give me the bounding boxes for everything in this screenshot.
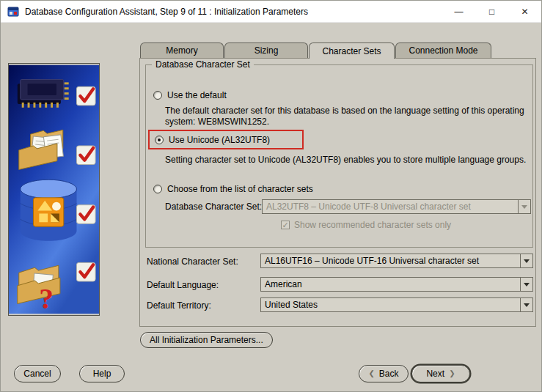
tab-label: Connection Mode [409,45,477,56]
back-chevron-icon: ❮ [368,370,374,377]
wizard-graphic: ? [9,64,99,315]
default-territory-label: Default Territory: [147,300,211,311]
tab-sizing[interactable]: Sizing [224,42,308,58]
national-character-set-label: National Character Set: [147,256,238,267]
national-character-set-select[interactable]: AL16UTF16 – Unicode UTF-16 Universal cha… [260,254,533,268]
use-unicode-description: Setting character set to Unicode (AL32UT… [165,155,535,166]
tab-label: Sizing [254,45,279,56]
dropdown-arrow-icon [520,298,532,311]
cancel-button[interactable]: Cancel [14,365,61,382]
button-label: All Initialization Parameters... [150,335,263,345]
next-button[interactable]: Next ❯ [411,365,470,382]
radio-label: Choose from the list of character sets [167,184,313,194]
titlebar: Database Configuration Assistant, Step 9… [1,1,541,23]
step-check-3 [76,205,95,224]
use-default-description: The default character set for this datab… [165,106,535,127]
close-button[interactable]: ✕ [508,1,541,22]
back-button[interactable]: ❮ Back [359,365,409,382]
default-language-label: Default Language: [147,280,219,290]
minimize-button[interactable]: — [442,1,475,22]
window-title: Database Configuration Assistant, Step 9… [25,7,308,17]
radio-icon [155,136,164,144]
step-check-1 [76,86,95,106]
checkbox-icon: ✓ [281,221,290,229]
radio-icon [153,91,162,100]
default-territory-select[interactable]: United States [260,297,533,312]
show-recommended-checkbox[interactable]: ✓ Show recommended character sets only [281,220,451,230]
unicode-highlight-box: Use Unicode (AL32UTF8) [148,130,304,149]
character-sets-panel: Database Character Set Use the default T… [139,58,536,327]
button-label: Cancel [23,369,51,379]
tab-label: Character Sets [322,46,381,56]
groupbox-title: Database Character Set [152,59,254,70]
dropdown-arrow-icon [520,278,532,291]
help-button[interactable]: Help [79,365,125,382]
radio-choose-from-list[interactable]: Choose from the list of character sets [153,184,313,194]
default-language-select[interactable]: American [260,277,533,292]
app-icon [7,6,19,18]
radio-label: Use Unicode (AL32UTF8) [169,135,270,145]
maximize-button[interactable]: □ [475,1,508,22]
dropdown-arrow-icon [520,254,532,267]
button-label: Back [379,369,399,379]
radio-icon [153,185,162,193]
window-controls: — □ ✕ [442,1,541,22]
database-character-set-select[interactable]: AL32UTF8 – Unicode UTF-8 Universal chara… [262,199,531,214]
tab-character-sets[interactable]: Character Sets [309,42,395,59]
radio-label: Use the default [167,90,227,100]
wizard-illustration: ? [8,63,100,316]
radio-use-unicode[interactable]: Use Unicode (AL32UTF8) [155,135,270,145]
button-label: Help [93,369,111,379]
button-label: Next [426,369,444,379]
step-check-2 [76,146,95,165]
selected-value: AL32UTF8 – Unicode UTF-8 Universal chara… [263,201,518,212]
next-chevron-icon: ❯ [449,370,455,377]
selected-value: American [261,279,520,289]
dbca-dialog-window: Database Configuration Assistant, Step 9… [0,0,542,392]
selected-value: AL16UTF16 – Unicode UTF-16 Universal cha… [261,256,520,266]
tab-connection-mode[interactable]: Connection Mode [395,42,491,58]
radio-use-default[interactable]: Use the default [153,90,227,100]
question-mark: ? [39,283,54,315]
checkbox-label: Show recommended character sets only [294,220,451,230]
all-initialization-parameters-button[interactable]: All Initialization Parameters... [140,332,273,348]
selected-value: United States [261,300,520,310]
step-check-4 [76,262,95,281]
database-character-set-groupbox: Database Character Set Use the default T… [145,64,533,248]
tab-bar: Memory Sizing Character Sets Connection … [140,42,492,59]
shapes-badge-graphic [33,198,63,226]
dropdown-arrow-icon [518,200,530,213]
database-character-set-label: Database Character Set: [165,201,262,212]
tab-memory[interactable]: Memory [140,42,224,58]
tab-label: Memory [166,45,197,56]
